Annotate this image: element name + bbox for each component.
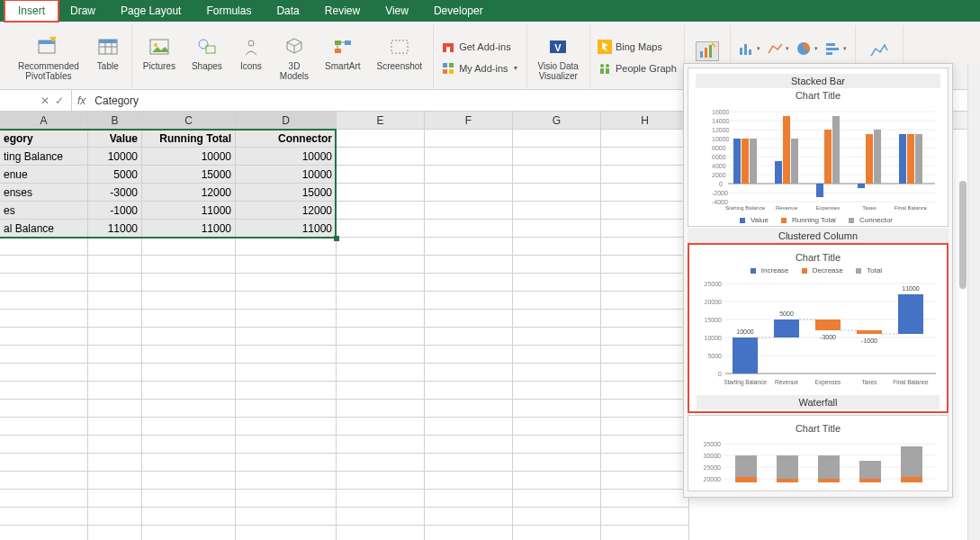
- cell[interactable]: [513, 202, 601, 220]
- cell[interactable]: ting Balance: [0, 148, 88, 166]
- cell[interactable]: [425, 220, 513, 238]
- cell[interactable]: [236, 310, 337, 328]
- cell[interactable]: [337, 166, 425, 184]
- cell[interactable]: [88, 400, 142, 418]
- cell[interactable]: [425, 364, 513, 382]
- cell[interactable]: [142, 328, 236, 346]
- cell[interactable]: [513, 184, 601, 202]
- cell[interactable]: [88, 472, 142, 490]
- cell[interactable]: [0, 382, 88, 400]
- tab-draw[interactable]: Draw: [58, 1, 108, 21]
- chart-option-stacked-bar[interactable]: Stacked Bar Chart Title 160001400012000 …: [688, 68, 949, 227]
- cell[interactable]: [425, 472, 513, 490]
- cell[interactable]: [601, 490, 689, 508]
- cell[interactable]: [236, 238, 337, 256]
- cell[interactable]: enue: [0, 166, 88, 184]
- tab-page-layout[interactable]: Page Layout: [108, 1, 193, 21]
- column-header[interactable]: B: [88, 112, 142, 129]
- cell[interactable]: [601, 508, 689, 526]
- cell[interactable]: [425, 202, 513, 220]
- cell[interactable]: [88, 256, 142, 274]
- cell[interactable]: [337, 490, 425, 508]
- cell[interactable]: [425, 328, 513, 346]
- cell[interactable]: [601, 256, 689, 274]
- visio-button[interactable]: V Visio DataVisualizer: [535, 32, 582, 83]
- cell[interactable]: [513, 346, 601, 364]
- bing-maps-button[interactable]: Bing Maps: [598, 38, 662, 56]
- bar-chart-button[interactable]: ▾: [824, 39, 848, 58]
- cell[interactable]: -3000: [88, 184, 142, 202]
- cell[interactable]: [88, 310, 142, 328]
- cell[interactable]: [337, 346, 425, 364]
- cell[interactable]: [601, 202, 689, 220]
- cell[interactable]: 15000: [142, 166, 236, 184]
- cell[interactable]: [142, 256, 236, 274]
- cell[interactable]: [601, 472, 689, 490]
- cell[interactable]: [425, 148, 513, 166]
- cell[interactable]: [513, 490, 601, 508]
- cell[interactable]: [601, 166, 689, 184]
- cell[interactable]: [513, 274, 601, 292]
- cell[interactable]: [0, 364, 88, 382]
- cell[interactable]: -1000: [88, 202, 142, 220]
- cell[interactable]: [337, 220, 425, 238]
- cell[interactable]: [142, 436, 236, 454]
- cell[interactable]: [142, 418, 236, 436]
- cell[interactable]: [337, 328, 425, 346]
- cell[interactable]: [142, 472, 236, 490]
- cell[interactable]: [513, 292, 601, 310]
- cell[interactable]: [142, 454, 236, 472]
- table-button[interactable]: Table: [92, 32, 124, 73]
- column-header[interactable]: F: [425, 112, 513, 129]
- cell[interactable]: [88, 526, 142, 540]
- cell[interactable]: [337, 292, 425, 310]
- cell[interactable]: [236, 364, 337, 382]
- cell[interactable]: egory: [0, 130, 88, 148]
- cell[interactable]: [337, 382, 425, 400]
- cell[interactable]: [0, 292, 88, 310]
- cell[interactable]: Running Total: [142, 130, 236, 148]
- cell[interactable]: [236, 256, 337, 274]
- cell[interactable]: [236, 274, 337, 292]
- 3d-models-button[interactable]: 3DModels: [276, 32, 312, 83]
- cell[interactable]: [0, 418, 88, 436]
- cell[interactable]: [0, 526, 88, 540]
- column-chart-button[interactable]: ▾: [738, 39, 761, 58]
- cell[interactable]: [425, 310, 513, 328]
- cell[interactable]: [88, 382, 142, 400]
- cell[interactable]: [88, 418, 142, 436]
- fill-handle[interactable]: [334, 236, 339, 241]
- cell[interactable]: [513, 418, 601, 436]
- cell[interactable]: [337, 184, 425, 202]
- cell[interactable]: [337, 418, 425, 436]
- cell[interactable]: [337, 454, 425, 472]
- cell[interactable]: [337, 256, 425, 274]
- cell[interactable]: [513, 310, 601, 328]
- icons-button[interactable]: Icons: [235, 32, 267, 73]
- cell[interactable]: [425, 490, 513, 508]
- tab-review[interactable]: Review: [312, 1, 373, 21]
- cell[interactable]: [337, 148, 425, 166]
- cell[interactable]: [337, 310, 425, 328]
- cell[interactable]: [601, 400, 689, 418]
- people-graph-button[interactable]: People Graph: [598, 59, 677, 77]
- cell[interactable]: [0, 400, 88, 418]
- cell[interactable]: [513, 436, 601, 454]
- cell[interactable]: [513, 256, 601, 274]
- column-header[interactable]: G: [513, 112, 601, 129]
- cell[interactable]: [0, 310, 88, 328]
- cell[interactable]: [425, 238, 513, 256]
- cell[interactable]: 10000: [236, 148, 337, 166]
- chart-option-stacked-column[interactable]: Chart Title 35000300002500020000: [688, 415, 949, 491]
- cell[interactable]: Connector: [236, 130, 337, 148]
- cell[interactable]: [601, 436, 689, 454]
- cell[interactable]: [601, 274, 689, 292]
- cell[interactable]: [425, 256, 513, 274]
- cell[interactable]: [236, 328, 337, 346]
- cell[interactable]: [142, 238, 236, 256]
- cell[interactable]: [601, 364, 689, 382]
- cell[interactable]: [0, 490, 88, 508]
- cell[interactable]: [337, 202, 425, 220]
- cell[interactable]: 10000: [142, 148, 236, 166]
- cell[interactable]: [513, 364, 601, 382]
